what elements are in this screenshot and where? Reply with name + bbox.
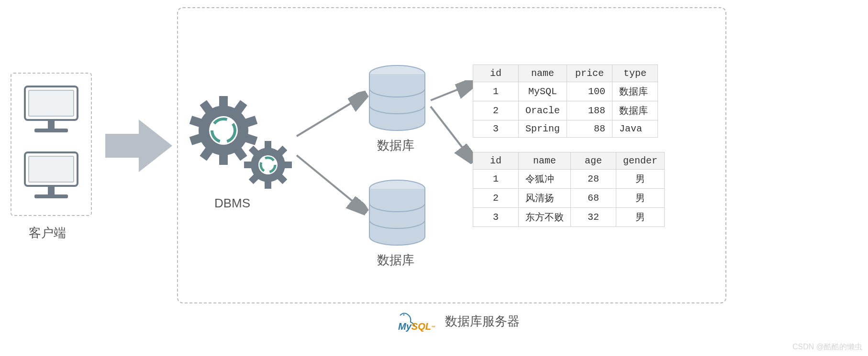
svg-point-38 [403, 314, 405, 316]
data-table-users: id name age gender 1 令狐冲 28 男 2 风清扬 68 男… [473, 152, 665, 227]
arrow-client-to-server [100, 115, 177, 177]
svg-line-33 [297, 155, 364, 210]
database-icon [364, 65, 431, 136]
logo-tm: ™ [431, 325, 435, 330]
svg-rect-3 [34, 129, 68, 132]
svg-rect-7 [34, 194, 68, 198]
svg-rect-28 [244, 162, 253, 168]
database-label: 数据库 [377, 137, 414, 154]
table-row: 2 Oracle 188 数据库 [473, 101, 658, 120]
svg-rect-22 [265, 141, 271, 150]
svg-rect-5 [29, 156, 74, 182]
svg-text:MySQL™: MySQL™ [398, 321, 435, 332]
svg-rect-14 [219, 153, 228, 165]
col-header: age [571, 152, 616, 170]
col-header: id [473, 65, 519, 82]
svg-rect-26 [265, 180, 271, 189]
server-label: 数据库服务器 [445, 313, 520, 330]
col-header: id [473, 152, 519, 170]
svg-rect-2 [48, 121, 55, 129]
table-row: 2 风清扬 68 男 [473, 189, 665, 208]
arrow-dbms-to-db2 [294, 151, 371, 217]
table-row: 3 东方不败 32 男 [473, 208, 665, 227]
server-label-row: MySQL™ 数据库服务器 [397, 311, 520, 332]
col-header: name [519, 152, 571, 170]
logo-sql: SQL [412, 321, 431, 332]
gears-icon [189, 93, 299, 194]
client-label: 客户端 [29, 225, 66, 241]
svg-rect-24 [283, 162, 292, 168]
watermark-text: CSDN @酷酷的懒虫 [792, 342, 862, 352]
dbms-label: DBMS [214, 196, 250, 211]
database-icon [364, 179, 431, 251]
client-box [11, 73, 92, 216]
svg-rect-9 [219, 96, 228, 108]
col-header: name [519, 65, 567, 82]
svg-line-36 [431, 84, 471, 100]
logo-my: My [398, 321, 412, 332]
table-row: 3 Spring 88 Java [473, 120, 658, 138]
data-table-products: id name price type 1 MySQL 100 数据库 2 Ora… [473, 65, 658, 138]
monitor-icon [20, 83, 82, 140]
col-header: type [612, 65, 658, 82]
database-label: 数据库 [377, 252, 414, 269]
table-row: 1 令狐冲 28 男 [473, 170, 665, 189]
table-row: 1 MySQL 100 数据库 [473, 82, 658, 101]
monitor-icon [20, 149, 82, 206]
mysql-logo-icon: MySQL™ [397, 311, 441, 332]
svg-rect-1 [29, 90, 74, 116]
arrow-db-to-table2 [428, 103, 476, 165]
svg-line-32 [297, 96, 364, 136]
svg-line-37 [431, 107, 471, 159]
arrow-dbms-to-db1 [294, 88, 371, 141]
col-header: price [567, 65, 612, 82]
col-header: gender [616, 152, 665, 170]
svg-rect-6 [48, 187, 55, 194]
